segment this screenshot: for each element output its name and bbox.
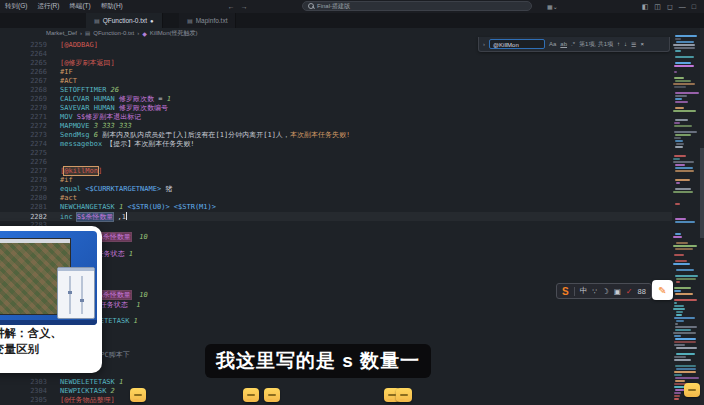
- ime-language-toggle[interactable]: 中: [580, 286, 588, 296]
- line-number: 2305: [0, 396, 60, 405]
- breadcrumb-symbol[interactable]: KillMon(怪死触发): [150, 29, 198, 38]
- breadcrumb-file[interactable]: QFunction-0.txt: [93, 30, 134, 36]
- minimap-line: [674, 290, 681, 292]
- customize-layout-button[interactable]: ▦⌄: [547, 3, 558, 10]
- minimap-line: [674, 335, 681, 337]
- minimap-line: [675, 140, 683, 142]
- game-dialog-window: [57, 267, 95, 320]
- minimap-line: [675, 233, 682, 235]
- minimap-line: [674, 77, 684, 79]
- minimap-line: [673, 110, 696, 112]
- line-number: 2281: [0, 203, 60, 212]
- minimap-line: [673, 191, 693, 193]
- file-icon: ▤: [94, 17, 100, 24]
- regex-toggle[interactable]: .*: [571, 41, 575, 47]
- vscode-window: 转到(G)运行(R)终端(T)帮助(H) ←→ Final-搭建版 ▦⌄ ◧◫◻…: [0, 0, 704, 405]
- minimap-line: [674, 302, 678, 304]
- prev-match-button[interactable]: ↑: [617, 41, 620, 47]
- line-number: 2271: [0, 113, 60, 122]
- modified-dot-icon[interactable]: ●: [150, 18, 154, 24]
- minimap-line: [673, 158, 680, 160]
- code-line: 2281NEWCHANGETASK 1 <$STR(U0)> <$STR(M1)…: [0, 203, 672, 212]
- editor-tab[interactable]: ▤QFunction-0.txt●: [86, 13, 163, 28]
- minimap-line: [675, 167, 693, 169]
- minimap-line: [675, 95, 687, 97]
- code-line: 2271MOV S$修罗副本退出标记: [0, 113, 672, 122]
- ime-check-icon[interactable]: ✓: [626, 287, 633, 296]
- code-line: 2304NEWPICKTASK 2: [0, 387, 672, 396]
- breadcrumb[interactable]: Market_Def › ▤ QFunction-0.txt › ◆ KillM…: [46, 28, 198, 38]
- editor-tab[interactable]: ▤Mapinfo.txt: [179, 13, 236, 28]
- ime-toolbar: S 中 ∵ ☽ ▣ ✓ 88: [556, 283, 652, 299]
- line-number: 2267: [0, 77, 60, 86]
- minimap-line: [676, 143, 684, 145]
- menu-item[interactable]: 转到(G): [0, 2, 32, 11]
- code-line: 2278#if: [0, 176, 672, 185]
- command-center-search[interactable]: Final-搭建版: [302, 1, 532, 11]
- toggle-secondary-sidebar-icon[interactable]: ◻: [667, 3, 673, 11]
- toggle-sidebar-icon[interactable]: ◧: [642, 3, 649, 11]
- close-find-icon[interactable]: ×: [640, 41, 644, 47]
- menu-item[interactable]: 运行(R): [32, 2, 64, 11]
- minimap-line: [675, 377, 699, 379]
- match-case-toggle[interactable]: Aa: [549, 41, 556, 47]
- code-line: 2267#ACT: [0, 77, 672, 86]
- minimap-line: [675, 380, 685, 382]
- code-line: 2279equal <$CURRKTARGETNAME> 猪: [0, 185, 672, 194]
- next-match-button[interactable]: ↓: [624, 41, 627, 47]
- find-input[interactable]: @KillMon: [489, 39, 545, 49]
- menu-item[interactable]: 终端(T): [64, 2, 95, 11]
- minimap-line: [675, 203, 680, 205]
- tab-overflow-button[interactable]: ···: [72, 0, 79, 15]
- sticky-note-icon[interactable]: [130, 388, 146, 402]
- ime-pen-button[interactable]: ✎: [652, 280, 673, 300]
- file-icon: ▤: [187, 17, 193, 24]
- ime-logo-icon[interactable]: S: [562, 286, 569, 297]
- code-line: 2280#act: [0, 194, 672, 203]
- minimap-line: [675, 326, 696, 328]
- sticky-note-icon[interactable]: [243, 388, 259, 402]
- code-line: 2277[@killMon]: [0, 167, 672, 176]
- minimap-line: [675, 188, 691, 190]
- minimap-line: [675, 101, 688, 103]
- ime-softkeyboard-icon[interactable]: ▣: [614, 287, 621, 296]
- whole-word-toggle[interactable]: ab: [560, 41, 567, 47]
- forward-icon[interactable]: →: [241, 3, 254, 10]
- line-number: 2275: [0, 149, 60, 158]
- minimap-line: [674, 86, 686, 88]
- code-line: 2275: [0, 149, 672, 158]
- sticky-note-icon[interactable]: [264, 388, 280, 402]
- minimap-line: [674, 287, 691, 289]
- sticky-note-icon[interactable]: [396, 388, 412, 402]
- minimap-line: [676, 314, 683, 316]
- minimize-icon[interactable]: —: [679, 3, 686, 10]
- tab-label: QFunction-0.txt: [103, 17, 147, 24]
- minimap-line: [674, 359, 691, 361]
- find-expand-chevron[interactable]: ›: [483, 41, 485, 47]
- sticky-note-icon[interactable]: [684, 383, 700, 397]
- ime-halfwidth-icon[interactable]: ☽: [602, 287, 609, 296]
- line-number: 2272: [0, 122, 60, 131]
- code-line: 2272MAPMOVE 3 333 333: [0, 122, 672, 131]
- minimap-line: [676, 278, 696, 280]
- menu-item[interactable]: 帮助(H): [96, 2, 128, 11]
- minimap-line: [674, 374, 682, 376]
- scrollbar-thumb[interactable]: [700, 148, 704, 238]
- back-icon[interactable]: ←: [228, 3, 241, 10]
- line-number: 2266: [0, 68, 60, 77]
- minimap-line: [674, 392, 681, 394]
- minimap-line: [674, 65, 695, 67]
- find-in-selection-button[interactable]: ☰: [631, 41, 636, 48]
- minimap-line: [674, 317, 695, 319]
- vertical-scrollbar[interactable]: [700, 28, 704, 405]
- ime-more-icon[interactable]: 88: [637, 287, 645, 296]
- line-number: 2265: [0, 59, 60, 68]
- breadcrumb-root[interactable]: Market_Def: [46, 30, 77, 36]
- toggle-panel-icon[interactable]: ◫: [654, 3, 661, 11]
- minimap-line: [675, 179, 690, 181]
- code-line: 2268SETOFFTIMER 26: [0, 86, 672, 95]
- ime-punctuation-icon[interactable]: ∵: [592, 287, 597, 296]
- maximize-icon[interactable]: □: [692, 3, 696, 10]
- code-line: 2283: [0, 221, 672, 230]
- minimap[interactable]: [672, 33, 700, 405]
